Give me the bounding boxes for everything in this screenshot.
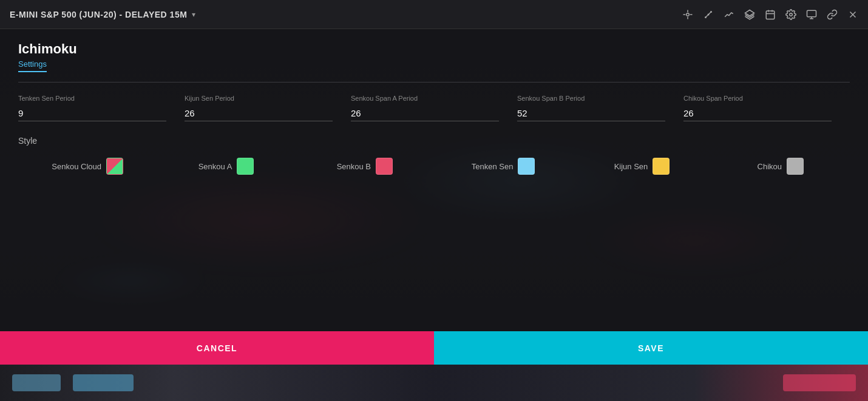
- screenshot-icon[interactable]: [806, 9, 817, 20]
- senkou-b-color-label: Senkou B: [337, 162, 371, 171]
- calendar-icon[interactable]: [765, 9, 776, 20]
- kijun-sen-input[interactable]: [185, 106, 333, 121]
- style-row: Senkou Cloud Senkou A Senkou B Tenken Se…: [18, 158, 850, 175]
- crosshair-icon[interactable]: [682, 9, 693, 20]
- chart-title: E-MINI S&P 500 (JUN-20) - DELAYED 15M: [10, 10, 187, 19]
- bottom-pill-2: [73, 374, 134, 391]
- senkou-b-field: Senkou Span B Period: [517, 95, 683, 121]
- title-icons: [682, 9, 858, 20]
- senkou-a-color[interactable]: [237, 158, 254, 175]
- line-chart-icon[interactable]: [724, 9, 734, 20]
- style-item-senkou-a: Senkou A: [157, 158, 295, 175]
- modal-content: Ichimoku Settings Tenken Sen Period Kiju…: [0, 29, 868, 331]
- style-item-kijun-sen: Kijun Sen: [572, 158, 711, 175]
- senkou-a-input[interactable]: [351, 106, 499, 121]
- style-item-senkou-b: Senkou B: [296, 158, 434, 175]
- modal-container: E-MINI S&P 500 (JUN-20) - DELAYED 15M ▾: [0, 0, 868, 401]
- close-icon[interactable]: [847, 9, 858, 20]
- style-item-senkou-cloud: Senkou Cloud: [18, 158, 157, 175]
- chikou-color[interactable]: [787, 158, 804, 175]
- chikou-input[interactable]: [683, 106, 832, 121]
- tenken-sen-input[interactable]: [18, 106, 166, 121]
- svg-point-6: [705, 16, 707, 18]
- senkou-a-color-label: Senkou A: [198, 162, 232, 171]
- buttons-row: CANCEL SAVE: [0, 331, 868, 365]
- bottom-chart-strip: [0, 365, 868, 401]
- svg-point-5: [708, 14, 709, 15]
- style-section-label: Style: [18, 136, 850, 146]
- svg-line-8: [706, 15, 708, 16]
- title-dropdown-icon[interactable]: ▾: [192, 10, 195, 19]
- layers-icon[interactable]: [744, 9, 755, 20]
- tenken-sen-color-label: Tenken Sen: [472, 162, 514, 171]
- svg-line-9: [709, 12, 711, 14]
- section-divider: [18, 82, 850, 83]
- chikou-field: Chikou Span Period: [683, 95, 850, 121]
- senkou-a-field: Senkou Span A Period: [351, 95, 517, 121]
- senkou-cloud-label: Senkou Cloud: [52, 162, 101, 171]
- svg-rect-11: [766, 11, 775, 19]
- senkou-b-label: Senkou Span B Period: [517, 95, 665, 102]
- chikou-color-label: Chikou: [758, 162, 782, 171]
- indicator-icon[interactable]: [703, 9, 714, 20]
- kijun-sen-label: Kijun Sen Period: [185, 95, 333, 102]
- senkou-a-label: Senkou Span A Period: [351, 95, 499, 102]
- kijun-sen-color[interactable]: [653, 158, 670, 175]
- style-item-chikou: Chikou: [711, 158, 850, 175]
- bottom-pill-1: [12, 374, 61, 391]
- link-icon[interactable]: [827, 9, 838, 20]
- settings-icon[interactable]: [785, 9, 796, 20]
- kijun-sen-color-label: Kijun Sen: [614, 162, 648, 171]
- senkou-b-input[interactable]: [517, 106, 665, 121]
- indicator-title: Ichimoku: [18, 41, 850, 57]
- kijun-sen-field: Kijun Sen Period: [185, 95, 351, 121]
- title-bar: E-MINI S&P 500 (JUN-20) - DELAYED 15M ▾: [0, 0, 868, 29]
- style-item-tenken-sen: Tenken Sen: [434, 158, 572, 175]
- svg-rect-16: [807, 10, 816, 17]
- content-spacer: [18, 175, 850, 331]
- senkou-b-color[interactable]: [376, 158, 393, 175]
- tab-settings[interactable]: Settings: [18, 59, 47, 72]
- title-left: E-MINI S&P 500 (JUN-20) - DELAYED 15M ▾: [10, 10, 195, 19]
- periods-row: Tenken Sen Period Kijun Sen Period Senko…: [18, 95, 850, 121]
- bottom-pill-3: [783, 374, 856, 391]
- svg-point-7: [711, 11, 712, 12]
- svg-point-15: [790, 13, 793, 16]
- tenken-sen-color[interactable]: [518, 158, 535, 175]
- tenken-sen-field: Tenken Sen Period: [18, 95, 185, 121]
- chikou-label: Chikou Span Period: [683, 95, 832, 102]
- senkou-cloud-color[interactable]: [106, 158, 123, 175]
- svg-point-0: [687, 13, 690, 16]
- tenken-sen-label: Tenken Sen Period: [18, 95, 166, 102]
- cancel-button[interactable]: CANCEL: [0, 331, 434, 365]
- settings-tabs: Settings: [18, 59, 850, 72]
- save-button[interactable]: SAVE: [434, 331, 868, 365]
